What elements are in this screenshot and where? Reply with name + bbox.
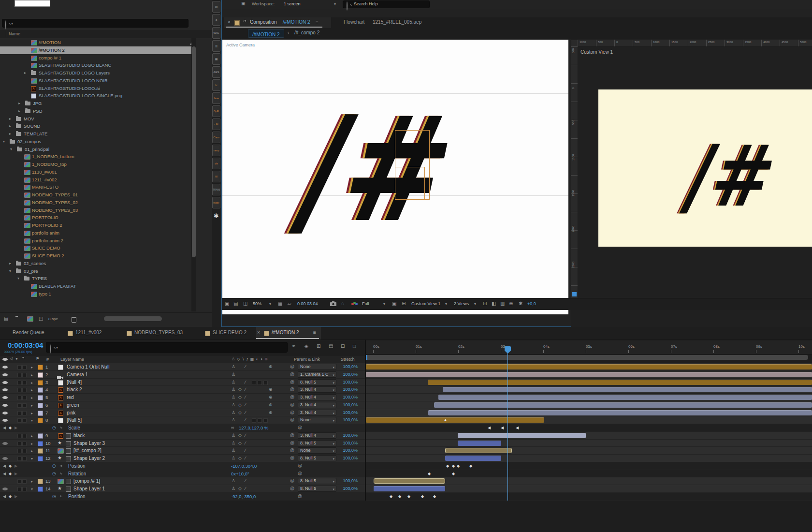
3d-switch-icon[interactable]: ⊕ [269, 410, 273, 415]
transparency-grid-icon[interactable]: ⊞ [402, 301, 406, 306]
switch-box[interactable] [22, 403, 27, 408]
quality-switch-icon[interactable]: ∕ [245, 395, 246, 399]
twirl-icon[interactable]: ▸ [24, 71, 26, 75]
composition-mini-flowchart-icon[interactable]: ≈ [292, 343, 295, 349]
switch-box[interactable] [17, 418, 22, 423]
stretch-value[interactable]: 100,0% [338, 417, 358, 422]
property-pickwhip-icon[interactable]: @ [298, 463, 302, 468]
layer-row[interactable]: ▸6Agreen♙◇∕⊕@3. Null 4▾100,0% [0, 401, 812, 409]
switch-box[interactable] [17, 442, 22, 446]
twirl-icon[interactable]: ▾ [31, 457, 33, 461]
horizontal-ruler[interactable]: 1000500050010001500200025003000350040004… [578, 40, 812, 47]
track-lane[interactable] [366, 470, 812, 477]
layer-duration-bar[interactable] [366, 417, 544, 423]
project-item-label[interactable]: 02_scenes [24, 261, 46, 266]
chevron-down-icon[interactable]: ▾ [445, 302, 447, 306]
collapse-switch-icon[interactable]: ◇ [238, 486, 242, 491]
property-pickwhip-icon[interactable]: @ [298, 471, 302, 476]
project-item-label[interactable]: JPG [33, 101, 42, 106]
project-item-label[interactable]: SLASHTAGSTUDIO-LOGO NOIR [39, 78, 108, 83]
project-item-file[interactable]: 1130_#v001 [0, 168, 191, 176]
close-icon[interactable]: × [257, 330, 260, 335]
parent-pickwhip-icon[interactable]: @ [290, 372, 294, 377]
switch-box[interactable] [22, 479, 27, 484]
twirl-icon[interactable]: ▾ [9, 269, 11, 273]
layer-duration-bar[interactable] [366, 364, 812, 369]
layer-label-chip[interactable] [38, 387, 43, 393]
exposure-gear-icon[interactable]: ✱ [519, 301, 522, 306]
collapse-switch-icon[interactable]: ◇ [238, 441, 242, 445]
keyframe-nav-prev-icon[interactable]: ◀ [3, 472, 6, 476]
bars-icon[interactable]: ||| [212, 40, 220, 52]
quality-switch-icon[interactable]: ∕ [245, 402, 246, 407]
project-item-label[interactable]: MOV [24, 116, 34, 121]
property-pickwhip-icon[interactable]: @ [298, 494, 302, 499]
shy-switch-icon[interactable]: ♙ [232, 364, 235, 369]
3d-switch-icon[interactable]: ⊕ [269, 395, 273, 399]
twirl-icon[interactable]: ▸ [31, 388, 33, 392]
layer-label-chip[interactable] [38, 411, 43, 416]
keyframe-icon[interactable]: ◆ [446, 464, 449, 468]
twirl-icon[interactable]: ▸ [31, 381, 33, 385]
layer-label-chip[interactable] [38, 487, 43, 492]
parent-link-select[interactable]: 3. Null 4▾ [298, 402, 336, 408]
property-value[interactable]: -92,0,-350,0 [231, 494, 256, 499]
parent-link-select[interactable]: 8. Null 5▾ [298, 455, 336, 461]
track-lane[interactable] [366, 424, 812, 431]
layer-name[interactable]: black [73, 433, 85, 438]
layer-label-chip[interactable] [38, 380, 43, 385]
frame-blending-icon[interactable]: ▤ [329, 343, 333, 349]
timeline-tab-label[interactable]: 1211_#v002 [75, 330, 102, 335]
project-scrollbar[interactable] [191, 38, 196, 311]
twirl-icon[interactable]: ▾ [31, 487, 33, 491]
twirl-icon[interactable]: ▾ [3, 139, 5, 144]
property-row[interactable]: ◀◆▶◷≈Position-107,0,304,0@◆◆◆◆ [0, 462, 812, 470]
project-item-file[interactable]: ASLASHTAGSTUDIO-LOGO.ai [0, 85, 191, 92]
project-item-file[interactable]: SLICE DEMO [0, 244, 191, 252]
quality-switch-icon[interactable]: ∕ [245, 417, 246, 422]
hide-shy-layers-icon[interactable]: ⊞ [317, 343, 320, 349]
project-item-folder[interactable]: ▾03_pre [0, 267, 191, 275]
project-item-folder[interactable]: ▸MOV [0, 115, 191, 123]
keyframe-add-icon[interactable]: ◆ [9, 426, 12, 430]
shy-switch-icon[interactable]: ♙ [232, 486, 235, 491]
graph-icon[interactable]: ≈ [60, 425, 62, 430]
chevron-down-icon[interactable]: ▾ [334, 2, 336, 6]
layer-label-chip[interactable] [38, 433, 43, 439]
chevron-down-icon[interactable]: ▾ [333, 441, 334, 446]
track-lane[interactable] [366, 447, 812, 454]
switch-box[interactable] [22, 487, 27, 491]
panel-button-TRANS[interactable]: TRANS [212, 184, 220, 195]
fast-previews-icon[interactable]: ◧ [492, 301, 496, 306]
property-name[interactable]: Scale [68, 425, 80, 430]
project-item-folder[interactable]: ▸SOUND [0, 122, 191, 130]
comp-flowchart-icon[interactable]: ⊕ [509, 301, 513, 306]
name-column-header[interactable]: Name [9, 31, 20, 36]
project-item-folder[interactable]: ▾02_compos [0, 138, 191, 146]
twirl-icon[interactable]: ▸ [18, 109, 20, 113]
shy-switch-icon[interactable]: ♙ [232, 402, 235, 407]
switch-box[interactable] [17, 434, 22, 438]
project-item-file[interactable]: BLABLA PLAGIAT [0, 282, 191, 290]
layer-visibility-eye[interactable] [2, 395, 8, 400]
switch-box[interactable] [22, 411, 27, 415]
panel-button-Cam[interactable]: Cam [212, 132, 220, 143]
twirl-icon[interactable]: ▾ [31, 418, 33, 423]
graph-icon[interactable]: ≈ [60, 494, 62, 499]
track-lane[interactable] [366, 440, 812, 447]
switch-box[interactable] [258, 418, 262, 423]
panel-button-OpFl[interactable]: OpFl [212, 105, 220, 117]
project-item-label[interactable]: PORTFOLIO 2 [32, 222, 62, 228]
trash-icon[interactable] [72, 317, 76, 323]
new-composition-icon[interactable] [27, 316, 33, 322]
stretch-column-header[interactable]: Stretch [341, 357, 355, 362]
switch-box[interactable] [258, 381, 262, 385]
project-item-file[interactable]: SLASHTAGSTUDIO-LOGO NOIR [0, 77, 191, 85]
collapse-switch-icon[interactable]: ◇ [238, 402, 242, 407]
project-item-file[interactable]: NODEMO_TYPES_02 [0, 199, 191, 207]
layer-name[interactable]: Shape Layer 2 [73, 456, 105, 461]
vertical-ruler[interactable]: 50005001000150020002500 [571, 46, 578, 298]
close-icon[interactable]: × [228, 19, 231, 25]
project-bit-depth[interactable]: 8 bpc [48, 317, 58, 321]
parent-link-select[interactable]: 8. Null 5▾ [298, 486, 336, 492]
